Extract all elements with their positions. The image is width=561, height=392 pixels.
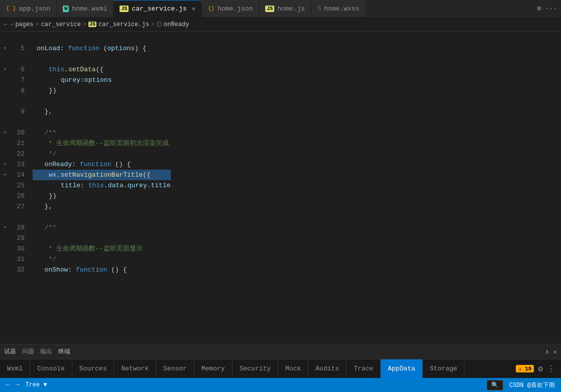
code-line-25: title: this.data.qurey.title: [33, 180, 171, 191]
tab-app-json[interactable]: { } app.json: [0, 0, 57, 18]
tab-close-icon[interactable]: ✕: [192, 5, 195, 13]
code-line-31: */: [33, 254, 171, 265]
code-line-8: }): [33, 85, 171, 96]
nav-back-status[interactable]: ←: [6, 381, 10, 388]
ln-empty5: [10, 212, 29, 222]
devtab-console[interactable]: Console: [30, 359, 72, 378]
close-panel-icon[interactable]: ✕: [553, 348, 557, 356]
brand-label: CSDN @喜欢下雨: [509, 381, 555, 389]
problems-tab[interactable]: 问题: [22, 347, 34, 356]
tree-label[interactable]: Tree ▼: [25, 381, 47, 388]
code-line-5: onLoad: function (options) {: [33, 43, 171, 54]
search-icon: 🔍: [491, 381, 499, 389]
terminal-tab[interactable]: 终端: [58, 347, 70, 356]
breadcrumb-sep-1: >: [35, 21, 39, 28]
code-area-wrapper: ▾ ▾ ▾ ▾ ▾ ▾ 5 6: [0, 32, 171, 344]
nav-forward-icon[interactable]: →: [10, 21, 13, 28]
ln-empty3: [10, 96, 29, 106]
line-numbers: 5 6 7 8 9 20 21 22 23 24 25 26 27 28 29 …: [10, 32, 33, 344]
ln-empty4: [10, 117, 29, 127]
devtab-network[interactable]: Network: [114, 359, 156, 378]
ln-empty1: [10, 33, 29, 43]
devtab-wxml[interactable]: Wxml: [0, 359, 30, 378]
breadcrumb-function: onReady: [164, 21, 189, 28]
code-line-empty2: [33, 54, 171, 64]
nav-forward-status[interactable]: →: [16, 381, 19, 388]
tab-home-json[interactable]: {} home.json: [202, 0, 259, 18]
fold-arrow-7: [0, 96, 10, 106]
devtab-sources[interactable]: Sources: [72, 359, 115, 378]
bottom-panel-actions: ∧ ✕: [545, 348, 557, 356]
status-bar: ← → Tree ▼ 🔍 CSDN @喜欢下雨: [0, 378, 561, 392]
ln-21: 21: [10, 138, 29, 149]
nav-back-icon[interactable]: ←: [4, 21, 8, 28]
devtab-memory[interactable]: Memory: [194, 359, 233, 378]
devtab-sensor[interactable]: Sensor: [156, 359, 194, 378]
more-icon[interactable]: ···: [545, 5, 557, 13]
fold-arrow-11: [0, 138, 10, 149]
devtab-storage[interactable]: Storage: [423, 359, 465, 378]
fold-arrow-3[interactable]: [0, 54, 10, 64]
fold-arrow-21: [0, 243, 10, 254]
breadcrumb: ← → pages > car_service > JS car_service…: [0, 18, 561, 32]
tab-home-js[interactable]: JS home.js: [259, 0, 311, 18]
more-options-icon[interactable]: ⋮: [547, 364, 555, 374]
fold-arrow-1[interactable]: [0, 33, 10, 43]
tab-label: home.wxss: [324, 5, 359, 13]
warn-badge: ⚠ 15: [516, 365, 534, 372]
bottom-panel-label: 试器: [4, 347, 16, 356]
code-line-empty3: [33, 96, 171, 106]
js-icon: JS: [265, 6, 274, 12]
code-line-22: */: [33, 149, 171, 159]
code-line-7: qurey:options: [33, 75, 171, 85]
code-line-6: this.setData({: [33, 64, 171, 75]
editor-area: ▾ ▾ ▾ ▾ ▾ ▾ 5 6: [0, 32, 561, 344]
devtools-actions: ⚠ 15 ⚙ ⋮: [516, 364, 561, 374]
devtab-security[interactable]: Security: [233, 359, 278, 378]
fold-arrow-23: [0, 265, 10, 275]
settings-icon[interactable]: ⚙: [538, 364, 543, 374]
tab-label: home.js: [277, 5, 305, 13]
ln-6: 6: [10, 64, 29, 75]
breadcrumb-func-icon: ⬡: [157, 21, 162, 28]
ln-8: 8: [10, 85, 29, 96]
fold-arrow-4[interactable]: ▾: [0, 64, 10, 75]
expand-icon[interactable]: ∧: [545, 348, 549, 356]
tab-label: car_service.js: [132, 5, 186, 13]
devtab-mock[interactable]: Mock: [278, 359, 308, 378]
fold-arrow-10[interactable]: ▾: [0, 127, 10, 138]
devtab-audits[interactable]: Audits: [308, 359, 347, 378]
breadcrumb-sep-3: >: [151, 21, 155, 28]
ln-25: 25: [10, 180, 29, 191]
ln-20: 20: [10, 127, 29, 138]
fold-arrow-6: [0, 85, 10, 96]
tab-home-wxml[interactable]: W home.wxml: [57, 0, 114, 18]
split-editor-icon[interactable]: ⊞: [537, 5, 541, 13]
fold-arrow-20: [0, 233, 10, 243]
devtab-trace[interactable]: Trace: [347, 359, 381, 378]
wxml-icon: W: [63, 6, 69, 12]
fold-arrow-19[interactable]: ▾: [0, 222, 10, 233]
fold-arrow-8: [0, 106, 10, 117]
status-left: ← → Tree ▼: [6, 381, 47, 388]
fold-arrow-13[interactable]: ▾: [0, 159, 10, 170]
fold-arrow-2[interactable]: ▾: [0, 43, 10, 54]
tab-label: app.json: [19, 5, 50, 13]
code-content: onLoad: function (options) { this.setDat…: [33, 32, 171, 344]
bottom-panel-left: 试器 问题 输出 终端: [4, 347, 70, 356]
fold-arrow-14[interactable]: ▾: [0, 170, 10, 180]
ln-7: 7: [10, 75, 29, 85]
tab-car-service-js[interactable]: JS car_service.js ✕: [114, 0, 201, 18]
ln-26: 26: [10, 191, 29, 201]
ln-28: 28: [10, 222, 29, 233]
devtab-appdata[interactable]: AppData: [381, 359, 423, 378]
tab-home-wxss[interactable]: S home.wxss: [311, 0, 366, 18]
code-line-9: },: [33, 106, 171, 117]
search-box[interactable]: 🔍: [487, 380, 503, 390]
tab-label: home.wxml: [72, 5, 107, 13]
fold-arrow-16: [0, 191, 10, 201]
js-icon: JS: [120, 6, 129, 12]
code-line-30: * 生命周期函数--监听页面显示: [33, 243, 171, 254]
fold-arrow-22: [0, 254, 10, 265]
output-tab[interactable]: 输出: [40, 347, 52, 356]
